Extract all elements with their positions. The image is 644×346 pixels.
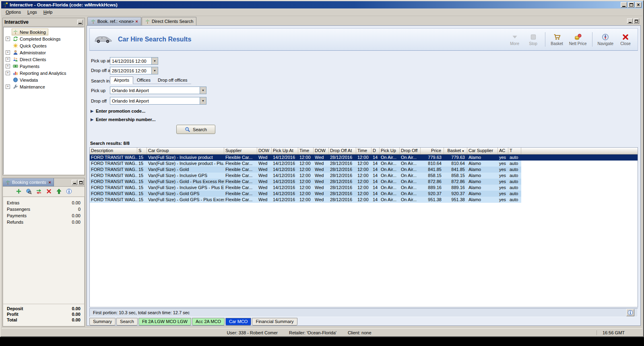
result-row[interactable]: FORD TRANSIT WAG...15Van(Full Size) - In… [90, 185, 638, 191]
bottom-tab-flt-2a-lgw-mco-lgw[interactable]: Flt 2A LGW MCO LGW [138, 318, 191, 325]
doc-minimize-button[interactable] [627, 19, 633, 24]
bottom-tab-summary[interactable]: Summary [89, 318, 116, 325]
search-button[interactable]: Search [176, 125, 215, 134]
sidebar-item-administrator[interactable]: +Administrator [4, 49, 84, 56]
nett-price-button[interactable]: Nett Price [568, 33, 588, 47]
close-tab-icon[interactable]: × [136, 19, 138, 24]
column-header-time[interactable]: Time [298, 148, 314, 154]
column-header-pick-up-at[interactable]: Pick Up At [272, 148, 298, 154]
maximize-button[interactable] [628, 2, 634, 8]
column-header-dow[interactable]: DOW [314, 148, 329, 154]
info-button[interactable] [66, 188, 72, 195]
expand-toggle[interactable]: + [6, 71, 10, 75]
sidebar-item-completed-bookings[interactable]: +Completed Bookings [4, 35, 84, 42]
column-header-ac[interactable]: AC [498, 148, 508, 154]
dropdown-button[interactable]: ▼ [200, 87, 206, 94]
booking-contents-tab[interactable]: Booking contents × [3, 178, 54, 186]
column-header-dow[interactable]: DOW [257, 148, 272, 154]
sidebar-item-maintenance[interactable]: +Maintenance [4, 83, 84, 90]
column-header-s[interactable]: S [137, 148, 147, 154]
sidebar-item-new-booking[interactable]: +New Booking [4, 29, 84, 35]
statusbar-client: Client: none [348, 330, 372, 335]
navigate-button[interactable]: Navigate [596, 33, 615, 47]
expand-toggle[interactable]: + [6, 37, 10, 41]
column-header-drop-off-at[interactable]: Drop Off At [329, 148, 356, 154]
basket-button[interactable]: Basket [549, 33, 565, 47]
bottom-tab-financial-summary[interactable]: Financial Summary [252, 318, 297, 325]
sidebar-item-payments[interactable]: +Payments [4, 63, 84, 70]
column-header-supplier[interactable]: Supplier [224, 148, 257, 154]
dropdown-button[interactable]: ▼ [151, 67, 158, 74]
search-in-tab-offices[interactable]: Offices [133, 77, 154, 84]
close-button[interactable]: Close [617, 33, 634, 47]
window-controls: × [621, 2, 642, 8]
result-row[interactable]: FORD TRANSIT WAG...15Van(Full Size) - In… [90, 154, 638, 161]
result-cell: On Air... [400, 173, 421, 179]
result-cell: Van(Full Size) - Gold GPS [147, 191, 224, 197]
pickup-combo[interactable]: Orlando Intl Airport ▼ [110, 86, 206, 94]
doc-tab-direct-clients-search[interactable]: Direct Clients Search [142, 17, 196, 25]
result-row[interactable]: FORD TRANSIT WAG...15Van(Full Size) - Go… [90, 191, 638, 197]
dropoff-combo[interactable]: Orlando Intl Airport ▼ [110, 97, 206, 105]
column-header-car-supplier[interactable]: Car Supplier [467, 148, 498, 154]
expand-toggle[interactable]: + [6, 84, 10, 89]
promotion-code-expander[interactable]: ▶ Enter promotion code... [91, 109, 145, 113]
expand-toggle[interactable]: + [6, 64, 10, 68]
menu-options[interactable]: Options [2, 9, 24, 15]
menu-help[interactable]: Help [40, 9, 56, 15]
doc-restore-button[interactable] [634, 19, 639, 24]
result-cell: 14/12/2016 [272, 179, 298, 185]
doc-tab-book-ref-none[interactable]: Book. ref.: <none>× [87, 17, 141, 25]
sidebar-item-viewdata[interactable]: +Viewdata [4, 76, 84, 83]
result-row[interactable]: FORD TRANSIT WAG...15Van(Full Size) - Go… [90, 167, 638, 173]
search-in-tab-airports[interactable]: Airports [110, 76, 133, 84]
stop-button[interactable]: Stop [525, 33, 541, 47]
pickup-at-combo[interactable]: 14/12/2016 12:00 ▼ [110, 57, 158, 65]
column-header-car-group[interactable]: Car Group [147, 148, 224, 154]
dropdown-button[interactable]: ▼ [151, 58, 158, 64]
add-button[interactable] [16, 188, 22, 195]
bottom-tab-search[interactable]: Search [116, 318, 138, 325]
panel-restore-button[interactable] [78, 180, 84, 185]
column-header-price[interactable]: Price [421, 148, 444, 154]
result-row[interactable]: FORD TRANSIT WAG...15Van(Full Size) - Go… [90, 197, 638, 203]
panel-collapse-button[interactable] [77, 20, 83, 25]
column-header-drop-off[interactable]: Drop Off [400, 148, 421, 154]
expand-toggle[interactable]: + [6, 50, 10, 55]
column-header-d[interactable]: D [372, 148, 380, 154]
booking-contents-panel: Booking contents × Extras0.00Passengers0… [2, 178, 85, 327]
sidebar-tree: +New Booking+Completed Bookings+Quick Qu… [3, 27, 84, 175]
dropoff-at-combo[interactable]: 28/12/2016 12:00 ▼ [110, 67, 158, 74]
delete-button[interactable] [46, 188, 52, 195]
sidebar-item-reporting-and-analytics[interactable]: +Reporting and Analytics [4, 70, 84, 76]
panel-minimize-button[interactable] [72, 180, 77, 185]
minimize-button[interactable] [621, 2, 627, 8]
dropdown-button[interactable]: ▼ [200, 97, 206, 104]
more-button[interactable]: More [507, 33, 523, 47]
column-header-pick-up[interactable]: Pick Up [380, 148, 400, 154]
result-cell: FORD TRANSIT WAG... [90, 185, 137, 191]
move-up-button[interactable] [56, 188, 62, 195]
column-header-basket[interactable]: Basket▼ [444, 148, 467, 154]
column-header-t[interactable]: T [508, 148, 521, 154]
swap-button[interactable] [36, 188, 42, 195]
result-row[interactable]: FORD TRANSIT WAG...15Van(Full Size) - Go… [90, 179, 638, 185]
bottom-tab-car-mco[interactable]: Car MCO [225, 318, 251, 325]
close-window-button[interactable]: × [635, 2, 642, 8]
result-row[interactable]: FORD TRANSIT WAG...15Van(Full Size) - In… [90, 173, 638, 179]
menu-logs[interactable]: Logs [24, 9, 40, 15]
close-panel-icon[interactable]: × [48, 180, 51, 185]
search-in-tab-drop-off-offices[interactable]: Drop off offices [154, 77, 191, 84]
bottom-tab-acc-2a-mco[interactable]: Acc 2A MCO [192, 318, 225, 325]
sidebar-item-inner: New Booking [12, 29, 48, 35]
search-globe-button[interactable] [26, 188, 32, 195]
info-button[interactable] [626, 309, 634, 316]
sidebar-item-direct-clients[interactable]: +Direct Clients [4, 56, 84, 63]
column-header-time[interactable]: Time [356, 148, 372, 154]
column-header-description[interactable]: Description [90, 148, 137, 154]
membership-number-expander[interactable]: ▶ Enter membership number... [91, 117, 155, 122]
expand-toggle[interactable]: + [6, 57, 10, 62]
sidebar-item-quick-quotes[interactable]: +Quick Quotes [4, 42, 84, 49]
result-row[interactable]: FORD TRANSIT WAG...15Van(Full Size) - In… [90, 161, 638, 167]
chevron-down-icon: ▼ [202, 99, 204, 102]
